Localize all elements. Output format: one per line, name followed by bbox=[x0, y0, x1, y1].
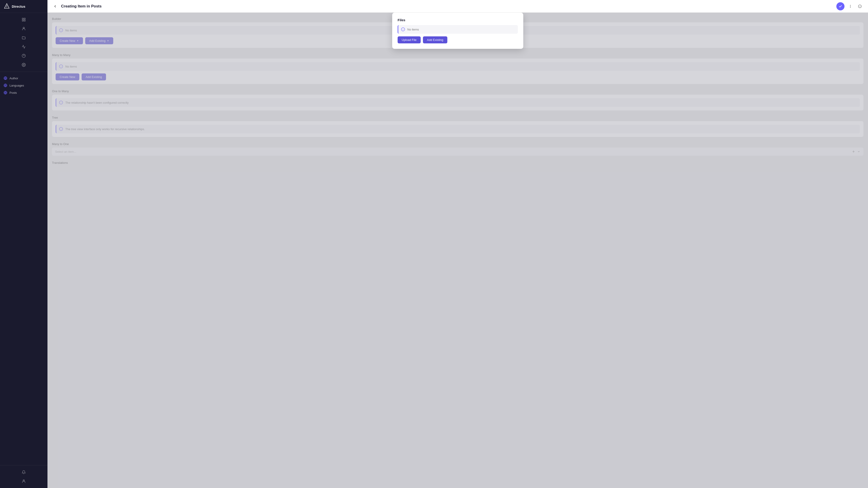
upload-file-button[interactable]: Upload File bbox=[398, 36, 421, 43]
sidebar-item-posts-label: Posts bbox=[9, 91, 17, 94]
modal-no-items: No items bbox=[398, 25, 518, 34]
modal-overlay: Files No items Upload File Add Existing bbox=[48, 13, 868, 488]
nav-icon-settings[interactable] bbox=[20, 61, 28, 69]
sidebar-logo-text: Directus bbox=[12, 4, 25, 8]
sidebar-icons bbox=[0, 13, 48, 72]
nav-icon-help[interactable] bbox=[20, 52, 28, 60]
sidebar-item-author[interactable]: Author bbox=[0, 74, 48, 82]
header-actions bbox=[836, 2, 864, 10]
sidebar-bottom bbox=[0, 465, 48, 488]
add-existing-button[interactable]: Add Existing bbox=[423, 36, 447, 43]
files-modal: Files No items Upload File Add Existing bbox=[392, 13, 523, 49]
modal-title: Files bbox=[398, 18, 518, 22]
svg-rect-5 bbox=[24, 20, 25, 21]
sidebar-item-posts[interactable]: Posts bbox=[0, 89, 48, 96]
nav-icon-languages bbox=[4, 84, 7, 87]
svg-rect-4 bbox=[22, 20, 23, 21]
save-button[interactable] bbox=[836, 2, 844, 10]
sidebar-nav: Author Languages Posts bbox=[0, 72, 48, 465]
svg-point-6 bbox=[23, 27, 24, 29]
nav-icon-author bbox=[4, 76, 7, 80]
modal-info-icon bbox=[401, 27, 405, 31]
sidebar: Directus bbox=[0, 0, 48, 488]
svg-rect-3 bbox=[24, 18, 25, 19]
modal-btn-row: Upload File Add Existing bbox=[398, 36, 518, 43]
sidebar-user-icon[interactable] bbox=[20, 477, 28, 485]
more-options-button[interactable] bbox=[847, 3, 854, 10]
svg-point-9 bbox=[23, 64, 24, 66]
info-button[interactable] bbox=[856, 3, 864, 10]
sidebar-item-languages-label: Languages bbox=[9, 84, 24, 87]
nav-icon-layout[interactable] bbox=[20, 15, 28, 24]
main: Creating Item in Posts Builder bbox=[48, 0, 868, 488]
content: Builder No items Create New ▼ Add Existi… bbox=[48, 13, 868, 488]
sidebar-item-languages[interactable]: Languages bbox=[0, 82, 48, 89]
nav-icon-activity[interactable] bbox=[20, 43, 28, 51]
sidebar-item-author-label: Author bbox=[9, 76, 18, 80]
sidebar-notifications-icon[interactable] bbox=[20, 468, 28, 476]
modal-no-items-text: No items bbox=[407, 28, 419, 31]
page-title: Creating Item in Posts bbox=[61, 4, 834, 8]
logo-icon bbox=[4, 3, 10, 9]
nav-icon-posts bbox=[4, 91, 7, 94]
nav-icon-folder[interactable] bbox=[20, 34, 28, 42]
back-button[interactable] bbox=[52, 3, 58, 9]
svg-point-18 bbox=[850, 6, 850, 6]
nav-icon-users[interactable] bbox=[20, 25, 28, 33]
svg-point-19 bbox=[850, 7, 850, 7]
sidebar-logo[interactable]: Directus bbox=[0, 0, 48, 13]
svg-rect-2 bbox=[22, 18, 23, 19]
header: Creating Item in Posts bbox=[48, 0, 868, 13]
svg-point-16 bbox=[23, 480, 24, 481]
